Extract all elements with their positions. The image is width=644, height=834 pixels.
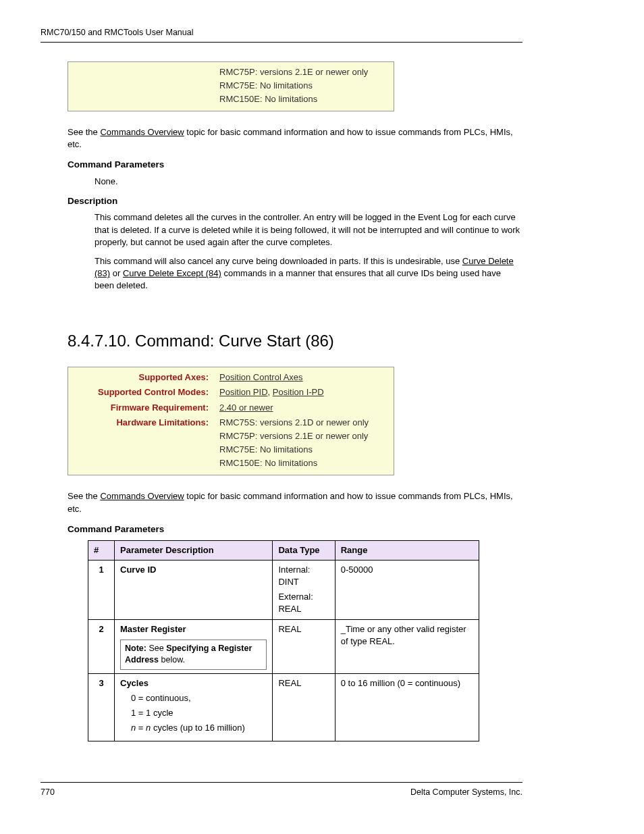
hw-line: RMC75S: versions 2.1D or newer only bbox=[219, 417, 388, 429]
table-row: 2 Master Register Note: See Specifying a… bbox=[88, 619, 479, 673]
command-parameters-body: None. bbox=[95, 176, 522, 188]
firmware-requirement-label: Firmware Requirement: bbox=[68, 400, 214, 415]
firmware-version-link[interactable]: 2.40 or newer bbox=[219, 402, 273, 413]
hw-line: RMC150E: No limitations bbox=[219, 93, 388, 105]
company-name: Delta Computer Systems, Inc. bbox=[410, 787, 522, 799]
hw-line: RMC75E: No limitations bbox=[219, 444, 388, 456]
param-num: 3 bbox=[88, 673, 115, 741]
param-range: _Time or any other valid register of typ… bbox=[335, 619, 479, 673]
intro-paragraph: See the Commands Overview topic for basi… bbox=[68, 126, 522, 151]
table-row: 3 Cycles 0 = continuous, 1 = 1 cycle n =… bbox=[88, 673, 479, 741]
command-parameters-table: # Parameter Description Data Type Range … bbox=[88, 540, 479, 741]
page-number: 770 bbox=[41, 787, 55, 799]
hw-line: RMC75E: No limitations bbox=[219, 80, 388, 92]
commands-overview-link[interactable]: Commands Overview bbox=[100, 127, 184, 137]
section-title: 8.4.7.10. Command: Curve Start (86) bbox=[68, 330, 522, 353]
position-pid-link[interactable]: Position PID bbox=[219, 387, 268, 397]
hw-line: RMC75P: versions 2.1E or newer only bbox=[219, 66, 388, 78]
page-footer: 770 Delta Computer Systems, Inc. bbox=[41, 782, 522, 799]
col-datatype: Data Type bbox=[273, 540, 335, 560]
command-info-box: Supported Axes: Position Control Axes Su… bbox=[68, 367, 394, 475]
col-range: Range bbox=[335, 540, 479, 560]
param-range: 0 to 16 million (0 = continuous) bbox=[335, 673, 479, 741]
position-ipd-link[interactable]: Position I-PD bbox=[273, 387, 324, 397]
hw-line: RMC75P: versions 2.1E or newer only bbox=[219, 430, 388, 442]
param-desc: Curve ID bbox=[115, 560, 273, 619]
description-p2: This command will also cancel any curve … bbox=[95, 255, 522, 292]
hardware-limitations-label: Hardware Limitations: bbox=[68, 415, 214, 475]
command-parameters-heading-2: Command Parameters bbox=[68, 523, 522, 536]
description-heading: Description bbox=[68, 195, 522, 208]
hw-line: RMC150E: No limitations bbox=[219, 457, 388, 469]
header-title: RMC70/150 and RMCTools User Manual bbox=[41, 28, 193, 37]
hardware-limitations-box-partial: RMC75P: versions 2.1E or newer only RMC7… bbox=[68, 61, 394, 112]
param-datatype: Internal: DINT External: REAL bbox=[273, 560, 335, 619]
intro-paragraph-2: See the Commands Overview topic for basi… bbox=[68, 490, 522, 515]
param-num: 1 bbox=[88, 560, 115, 619]
position-control-axes-link[interactable]: Position Control Axes bbox=[219, 372, 303, 382]
command-parameters-heading: Command Parameters bbox=[68, 159, 522, 172]
commands-overview-link-2[interactable]: Commands Overview bbox=[100, 491, 184, 501]
supported-axes-label: Supported Axes: bbox=[68, 367, 214, 385]
param-desc: Cycles 0 = continuous, 1 = 1 cycle n = n… bbox=[115, 673, 273, 741]
supported-control-modes-label: Supported Control Modes: bbox=[68, 385, 214, 400]
col-desc: Parameter Description bbox=[115, 540, 273, 560]
curve-delete-except-84-link[interactable]: Curve Delete Except (84) bbox=[123, 268, 221, 278]
param-range: 0-50000 bbox=[335, 560, 479, 619]
description-p1: This command deletes all the curves in t… bbox=[95, 211, 522, 249]
param-desc: Master Register Note: See Specifying a R… bbox=[115, 619, 273, 673]
page-header: RMC70/150 and RMCTools User Manual bbox=[41, 27, 522, 43]
table-header-row: # Parameter Description Data Type Range bbox=[88, 540, 479, 560]
param-num: 2 bbox=[88, 619, 115, 673]
table-row: 1 Curve ID Internal: DINT External: REAL… bbox=[88, 560, 479, 619]
param-datatype: REAL bbox=[273, 619, 335, 673]
param-datatype: REAL bbox=[273, 673, 335, 741]
register-note: Note: See Specifying a Register Address … bbox=[120, 640, 267, 670]
col-num: # bbox=[88, 540, 115, 560]
